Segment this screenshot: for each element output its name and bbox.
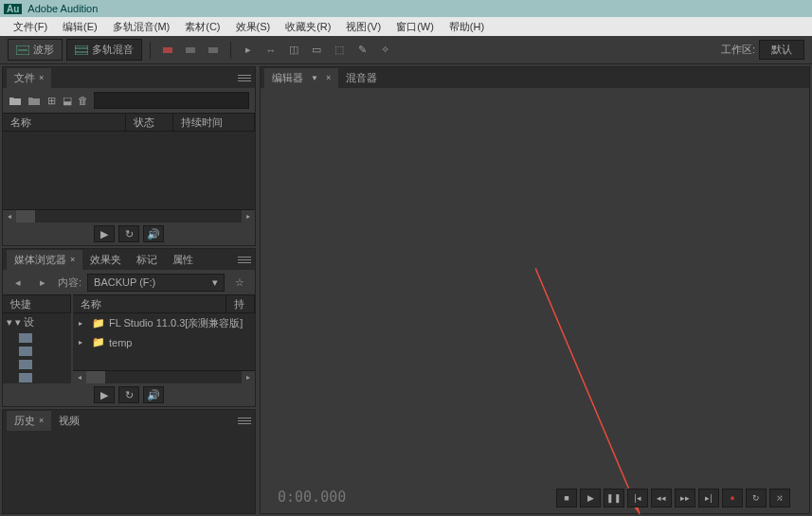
menu-edit[interactable]: 编辑(E) [55,18,105,36]
menu-multitrack[interactable]: 多轨混音(M) [105,18,178,36]
tool-c[interactable]: ⬚ [330,42,349,59]
action-icon[interactable]: ⬓ [63,92,73,109]
col-name[interactable]: 名称 [3,114,126,131]
close-icon[interactable]: × [39,416,44,425]
content-label: 内容: [58,276,81,290]
tool-b[interactable]: ▭ [307,42,326,59]
history-body [3,431,255,513]
tab-video[interactable]: 视频 [51,411,87,431]
menubar: 文件(F) 编辑(E) 多轨混音(M) 素材(C) 效果(S) 收藏夹(R) 视… [0,17,812,36]
tab-effects-rack[interactable]: 效果夹 [82,250,129,270]
disk-icon [19,373,32,383]
multitrack-icon [75,45,88,55]
timecode-display: 0:00.000 [278,489,346,506]
skip-selection-button[interactable]: ⤭ [769,489,790,507]
tab-mixer[interactable]: 混音器 [338,68,385,88]
svg-rect-5 [163,47,172,53]
panel-menu-icon[interactable] [238,418,251,424]
panel-menu-icon[interactable] [238,257,251,263]
record-button[interactable]: ● [722,489,743,507]
select-tool[interactable]: ↔ [262,42,280,59]
tool-a[interactable]: ◫ [284,42,303,59]
col-name[interactable]: 名称 [73,295,226,312]
stop-button[interactable]: ■ [556,489,577,507]
drive-item[interactable] [3,345,71,358]
delete-icon[interactable]: 🗑 [78,92,88,109]
multitrack-label: 多轨混音 [92,43,134,57]
loop-button[interactable]: ↻ [118,386,139,403]
svg-line-8 [535,268,640,514]
disk-icon [19,347,32,356]
multitrack-mode-button[interactable]: 多轨混音 [66,39,142,61]
media-browser-panel: 媒体浏览器× 效果夹 标记 属性 ◂ ▸ 内容: BACKUP (F:)▾ ☆ … [2,248,256,407]
tab-history[interactable]: 历史× [7,411,51,431]
cursor-tool[interactable]: ▸ [239,42,258,59]
tab-properties[interactable]: 属性 [165,250,201,270]
pause-button[interactable]: ❚❚ [604,489,624,507]
close-icon[interactable]: × [326,73,331,82]
col-hold[interactable]: 持续 [226,295,255,312]
tab-editor[interactable]: 编辑器▼× [264,68,338,88]
close-icon[interactable]: × [70,255,75,264]
menu-view[interactable]: 视图(V) [338,18,388,36]
drive-item[interactable] [3,331,71,345]
media-scroll[interactable]: ◂▸ [73,370,255,383]
tool-e[interactable]: ✧ [375,42,394,59]
col-duration[interactable]: 持续时间 [173,114,255,131]
folder-row[interactable]: ▸📁temp [73,333,255,351]
menu-help[interactable]: 帮助(H) [442,18,492,36]
tool-icon-1[interactable] [158,42,177,59]
workspace-label: 工作区: [721,43,755,57]
autoplay-button[interactable]: 🔊 [143,386,164,403]
play-button[interactable]: ▶ [94,386,115,403]
forward-button[interactable]: ▸ [33,274,52,291]
close-icon[interactable]: × [39,73,44,82]
folder-icon: 📁 [92,317,105,329]
editor-viewport[interactable]: 0:00.000 ■ ▶ ❚❚ |◂ ◂◂ ▸▸ ▸| ● ↻ ⤭ [261,88,809,513]
forward-button[interactable]: ▸▸ [675,489,695,507]
play-button[interactable]: ▶ [94,225,115,242]
open-file-icon[interactable] [9,92,22,109]
menu-clip[interactable]: 素材(C) [177,18,227,36]
drive-item[interactable] [3,371,71,383]
tool-icon-3[interactable] [204,42,223,59]
files-panel: 文件× ⊞ ⬓ 🗑 名称 状态 持续时间 ◂▸ ▶ [2,66,256,246]
svg-rect-2 [75,45,88,55]
tool-icon-2[interactable] [181,42,200,59]
rewind-button[interactable]: ◂◂ [651,489,672,507]
tab-media-browser[interactable]: 媒体浏览器× [7,250,82,270]
menu-favorites[interactable]: 收藏夹(R) [278,18,338,36]
new-file-icon[interactable] [27,92,41,109]
workspace-dropdown[interactable]: 默认 [759,40,804,60]
loop-button[interactable]: ↻ [118,225,139,242]
col-status[interactable]: 状态 [126,114,173,131]
panel-menu-icon[interactable] [238,75,251,81]
favorite-icon[interactable]: ☆ [230,274,249,291]
menu-effects[interactable]: 效果(S) [228,18,279,36]
menu-window[interactable]: 窗口(W) [388,18,442,36]
files-scroll[interactable]: ◂▸ [3,209,255,222]
play-button[interactable]: ▶ [580,489,601,507]
back-button[interactable]: ◂ [9,274,27,291]
folder-row[interactable]: ▸📁FL Studio 11.0.3[亲测兼容版] [73,313,255,333]
waveform-mode-button[interactable]: 波形 [8,39,63,61]
content-dropdown[interactable]: BACKUP (F:)▾ [87,274,225,292]
autoplay-button[interactable]: 🔊 [143,225,164,242]
tab-markers[interactable]: 标记 [129,250,165,270]
annotation-arrow [535,268,649,516]
files-search-input[interactable] [94,92,249,109]
files-list [3,132,255,209]
tool-d[interactable]: ✎ [352,42,371,59]
waveform-label: 波形 [33,43,54,57]
folder-icon: 📁 [92,336,105,348]
tab-files[interactable]: 文件× [7,68,51,88]
skip-forward-button[interactable]: ▸| [698,489,719,507]
main-toolbar: 波形 多轨混音 ▸ ↔ ◫ ▭ ⬚ ✎ ✧ 工作区: 默认 [0,36,812,64]
waveform-icon [16,45,29,55]
import-icon[interactable]: ⊞ [46,92,57,109]
menu-file[interactable]: 文件(F) [6,18,55,36]
loop-button[interactable]: ↻ [746,489,767,507]
drive-item[interactable] [3,358,71,371]
drive-root[interactable]: ▾▾设 [3,313,71,331]
skip-back-button[interactable]: |◂ [627,489,648,507]
